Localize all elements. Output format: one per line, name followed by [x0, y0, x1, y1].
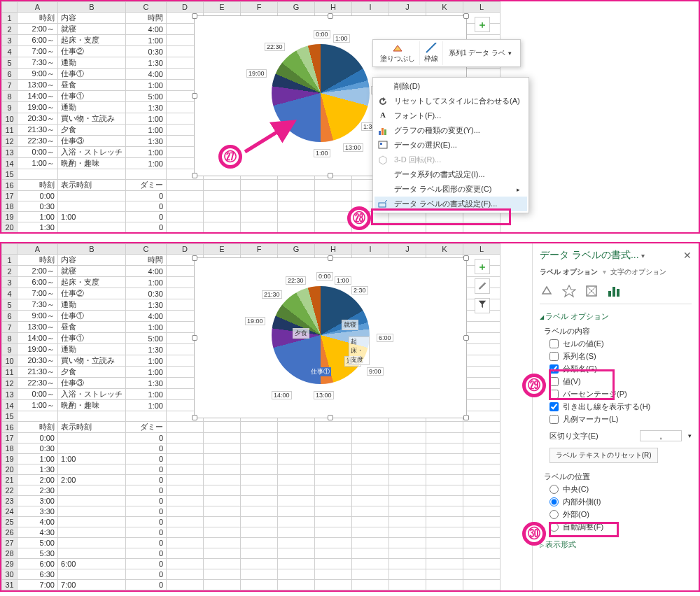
effects-icon[interactable]	[562, 284, 576, 298]
separator-row[interactable]: 区切り文字(E) ▾	[550, 430, 692, 441]
pos-auto[interactable]: 自動調整(F)	[550, 522, 692, 532]
annotation-29: ㉙	[522, 374, 546, 397]
opt-percentage[interactable]: パーセンテージ(P)	[550, 389, 692, 399]
ctx-delete[interactable]: 削除(D)	[374, 79, 527, 94]
ctx-change-type[interactable]: グラフの種類の変更(Y)...	[374, 123, 527, 138]
label-content: ラベルの内容	[544, 326, 692, 336]
chart-container-2[interactable]: 0:00 1:00 2:30 6:00 9:00 13:00 14:00 19:…	[194, 257, 467, 418]
reset-label-text-button[interactable]: ラベル テキストのリセット(R)	[550, 448, 658, 463]
chevron-down-icon[interactable]: ▾	[641, 252, 645, 260]
pane-title: データ ラベルの書式... ▾ ✕	[540, 249, 692, 262]
cube-icon	[377, 155, 388, 166]
ctx-reset[interactable]: リセットしてスタイルに合わせる(A)	[374, 94, 527, 108]
annotation-arrow	[242, 117, 298, 155]
svg-rect-5	[379, 203, 386, 207]
opt-legend-marker[interactable]: 凡例マーカー(L)	[550, 414, 692, 425]
screenshot-2: ABCDEFGHIJKL 1時刻内容時間22:00～就寝4:0036:00～起床…	[0, 242, 700, 592]
annotation-27: ㉗	[218, 145, 242, 169]
chart-filter-icon[interactable]	[475, 298, 490, 313]
opt-series-name[interactable]: 系列名(S)	[550, 351, 692, 362]
ctx-font[interactable]: A フォント(F)...	[374, 108, 527, 123]
refresh-icon	[377, 96, 388, 107]
pos-inside-end[interactable]: 内部外側(I)	[550, 497, 692, 507]
svg-rect-1	[382, 128, 384, 135]
svg-rect-0	[379, 131, 381, 135]
fill-button[interactable]: 塗りつぶし	[376, 41, 420, 65]
svg-rect-3	[379, 141, 387, 148]
opt-leader-lines[interactable]: 引き出し線を表示する(H)	[550, 402, 692, 412]
svg-rect-9	[608, 291, 611, 297]
svg-line-6	[245, 122, 293, 152]
opt-cell-value[interactable]: セルの値(E)	[550, 339, 692, 349]
chart-icon	[377, 125, 388, 136]
svg-rect-11	[617, 289, 620, 297]
annotation-28: ㉘	[347, 206, 371, 230]
svg-rect-2	[384, 129, 386, 135]
outline-button[interactable]: 枠線	[420, 41, 443, 65]
opt-category-name[interactable]: 分類名(G)	[550, 364, 692, 374]
ctx-3d-rotate: 3-D 回転(R)...	[374, 152, 527, 167]
pos-outside[interactable]: 外部(O)	[550, 509, 692, 520]
section-display-format[interactable]: 表示形式	[540, 539, 692, 550]
fill-icon[interactable]	[540, 284, 554, 298]
size-icon[interactable]	[584, 284, 598, 298]
tab-label-options[interactable]: ラベル オプション	[540, 268, 598, 276]
label-position: ラベルの位置	[544, 471, 692, 482]
ctx-shape-change[interactable]: データ ラベル図形の変更(C) ▸	[374, 182, 527, 197]
chart-options-icon[interactable]	[607, 284, 621, 298]
screenshot-1: ABCDEFGHIJKL 1時刻内容時間22:00～就寝4:0036:00～起床…	[0, 0, 700, 234]
format-icon	[377, 199, 388, 210]
context-menu[interactable]: 削除(D) リセットしてスタイルに合わせる(A) A フォント(F)... グラ…	[372, 77, 529, 213]
section-label-options[interactable]: ラベル オプション	[540, 311, 692, 322]
ctx-series-format[interactable]: データ系列の書式設定(I)...	[374, 167, 527, 182]
svg-rect-4	[380, 143, 382, 145]
svg-marker-7	[563, 285, 575, 297]
annotation-30: ㉚	[522, 522, 546, 546]
chevron-right-icon: ▸	[517, 186, 520, 193]
close-icon[interactable]: ✕	[683, 250, 692, 261]
chevron-down-icon: ▾	[508, 50, 512, 57]
select-data-icon	[377, 140, 388, 151]
series-selector[interactable]: 系列1 データ ラベ ▾	[443, 44, 517, 62]
tab-text-options[interactable]: 文字のオプション	[610, 268, 666, 276]
chevron-down-icon[interactable]: ▾	[688, 432, 692, 439]
svg-rect-10	[612, 287, 615, 297]
chart-brush-icon[interactable]	[475, 278, 490, 294]
pos-center[interactable]: 中央(C)	[550, 484, 692, 495]
ctx-label-format[interactable]: データ ラベルの書式設定(F)...	[374, 197, 527, 211]
format-pane[interactable]: データ ラベルの書式... ▾ ✕ ラベル オプション ▾ 文字のオプション ラ…	[532, 243, 699, 590]
font-icon: A	[377, 111, 388, 122]
chart-plus-icon[interactable]: ＋	[475, 259, 490, 274]
ctx-select-data[interactable]: データの選択(E)...	[374, 138, 527, 152]
separator-select[interactable]	[640, 430, 682, 441]
opt-value[interactable]: 値(V)	[550, 376, 692, 387]
chart-plus-icon[interactable]: ＋	[475, 17, 490, 32]
pane-tabs[interactable]: ラベル オプション ▾ 文字のオプション	[540, 267, 692, 277]
mini-toolbar[interactable]: 塗りつぶし 枠線 系列1 データ ラベ ▾	[372, 39, 521, 67]
